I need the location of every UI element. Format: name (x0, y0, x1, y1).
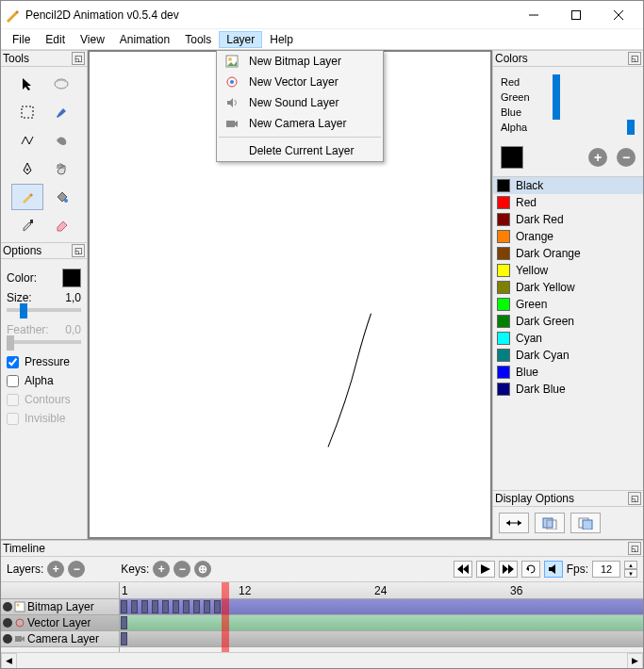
track-vector[interactable] (120, 615, 643, 631)
remove-key-button[interactable]: − (173, 561, 190, 578)
menu-view[interactable]: View (73, 31, 112, 48)
keyframe[interactable] (173, 600, 179, 613)
visibility-dot[interactable] (3, 634, 12, 644)
eyedropper-tool[interactable] (11, 212, 43, 238)
size-slider[interactable] (7, 308, 81, 312)
keyframe[interactable] (204, 600, 210, 613)
eraser-tool[interactable] (45, 212, 77, 238)
palette-item[interactable]: Green (493, 296, 643, 313)
move-tool[interactable] (11, 71, 43, 97)
loop-button[interactable] (521, 561, 540, 578)
brush-tool[interactable] (45, 99, 77, 125)
add-color-button[interactable]: + (588, 148, 607, 167)
keyframe[interactable] (152, 600, 158, 613)
timeline-layer-camera[interactable]: Camera Layer (1, 631, 119, 647)
display-dock-button[interactable]: ◱ (628, 492, 641, 505)
minimize-button[interactable] (512, 2, 554, 28)
mirror-h-button[interactable] (499, 513, 529, 533)
keyframe[interactable] (193, 600, 200, 613)
menu-layer[interactable]: Layer (219, 31, 262, 48)
fps-spinner[interactable]: ▲▼ (624, 561, 637, 578)
menu-help[interactable]: Help (262, 31, 301, 48)
options-dock-button[interactable]: ◱ (72, 244, 85, 257)
timeline-scrollbar[interactable]: ◀ ▶ (1, 652, 643, 668)
polyline-tool[interactable] (11, 127, 43, 154)
menu-file[interactable]: File (5, 31, 38, 48)
new-vector-layer-item[interactable]: New Vector Layer (217, 72, 383, 92)
goto-end-button[interactable] (499, 561, 518, 578)
pencil-tool[interactable] (11, 184, 43, 210)
color-swatch[interactable] (62, 269, 81, 287)
palette-item[interactable]: Dark Red (493, 211, 643, 228)
keyframe[interactable] (141, 600, 148, 613)
track-bitmap[interactable] (120, 599, 643, 615)
add-key-button[interactable]: + (153, 561, 170, 578)
duplicate-key-button[interactable]: ⊕ (194, 561, 211, 578)
palette-swatch (497, 247, 510, 260)
keyframe[interactable] (183, 600, 190, 613)
palette-item[interactable]: Cyan (493, 330, 643, 347)
add-layer-button[interactable]: + (47, 561, 64, 578)
svg-point-21 (230, 80, 234, 84)
remove-layer-button[interactable]: − (68, 561, 85, 578)
channel-blue[interactable]: Blue (501, 106, 636, 118)
delete-layer-item[interactable]: Delete Current Layer (217, 140, 383, 161)
alpha-checkbox[interactable]: Alpha (7, 374, 81, 387)
menu-animation[interactable]: Animation (112, 31, 177, 48)
palette-item[interactable]: Dark Orange (493, 245, 643, 262)
visibility-dot[interactable] (3, 602, 12, 612)
keyframe[interactable] (121, 600, 127, 613)
scroll-right-button[interactable]: ▶ (627, 653, 643, 669)
timeline-tracks[interactable]: 1122436 (120, 582, 643, 652)
new-bitmap-layer-item[interactable]: New Bitmap Layer (217, 51, 383, 72)
select-tool[interactable] (11, 99, 43, 125)
palette-item[interactable]: Dark Yellow (493, 279, 643, 296)
palette-item[interactable]: Black (493, 177, 643, 194)
close-button[interactable] (597, 2, 639, 28)
new-camera-layer-item[interactable]: New Camera Layer (217, 113, 383, 134)
clear-tool[interactable] (45, 71, 77, 97)
keyframe[interactable] (162, 600, 169, 613)
goto-start-button[interactable] (454, 561, 472, 578)
palette-item[interactable]: Dark Blue (493, 381, 643, 398)
sound-button[interactable] (544, 561, 563, 578)
hand-tool[interactable] (45, 155, 77, 182)
feather-value: 0,0 (65, 323, 81, 336)
palette-item[interactable]: Red (493, 194, 643, 211)
track-camera[interactable] (120, 631, 643, 647)
menu-tools[interactable]: Tools (177, 31, 219, 48)
remove-color-button[interactable]: − (617, 148, 636, 167)
scroll-left-button[interactable]: ◀ (1, 653, 17, 669)
channel-alpha[interactable]: Alpha (501, 122, 636, 133)
timeline-layer-bitmap[interactable]: Bitmap Layer (1, 599, 119, 615)
palette-item[interactable]: Dark Cyan (493, 347, 643, 364)
fps-input[interactable] (592, 561, 620, 578)
timeline-layer-vector[interactable]: Vector Layer (1, 615, 119, 631)
current-color-swatch[interactable] (501, 146, 523, 169)
menu-edit[interactable]: Edit (38, 31, 73, 48)
palette-item[interactable]: Dark Green (493, 313, 643, 330)
palette-item[interactable]: Orange (493, 228, 643, 245)
onion-prev-button[interactable] (535, 513, 565, 533)
timeline-ruler[interactable]: 1122436 (120, 582, 643, 599)
keyframe[interactable] (131, 600, 138, 613)
visibility-dot[interactable] (3, 618, 12, 628)
palette-item[interactable]: Yellow (493, 262, 643, 279)
bucket-tool[interactable] (45, 184, 77, 210)
keyframe[interactable] (214, 600, 221, 613)
palette-item[interactable]: Blue (493, 364, 643, 381)
tools-dock-button[interactable]: ◱ (72, 52, 85, 65)
smudge-tool[interactable] (45, 127, 77, 154)
colors-dock-button[interactable]: ◱ (628, 52, 641, 65)
play-button[interactable] (476, 561, 495, 578)
pressure-checkbox[interactable]: Pressure (7, 355, 81, 368)
channel-green[interactable]: Green (501, 91, 636, 103)
timeline-dock-button[interactable]: ◱ (628, 542, 641, 555)
maximize-button[interactable] (554, 2, 597, 28)
playhead[interactable] (222, 582, 229, 652)
new-sound-layer-item[interactable]: New Sound Layer (217, 92, 383, 113)
channel-red[interactable]: Red (501, 76, 636, 88)
pen-tool[interactable] (11, 155, 43, 182)
onion-next-button[interactable] (570, 513, 601, 533)
svg-rect-17 (15, 636, 22, 642)
